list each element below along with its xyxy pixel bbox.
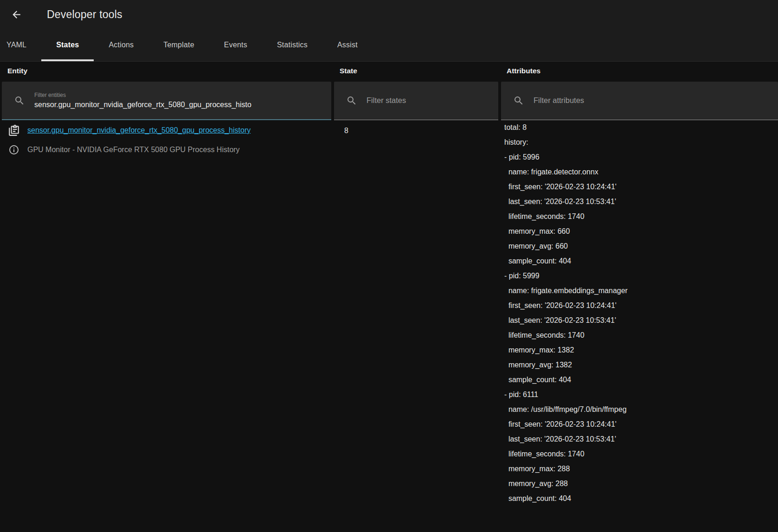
attributes-cell: total: 8 history: - pid: 5996 name: frig…	[500, 120, 778, 532]
search-icon	[513, 95, 524, 106]
attributes-filter-input[interactable]	[534, 96, 778, 105]
back-button[interactable]	[10, 8, 23, 21]
state-value: 8	[333, 120, 500, 532]
entity-id-link[interactable]: sensor.gpu_monitor_nvidia_geforce_rtx_50…	[27, 126, 251, 135]
app-header: Developer tools	[0, 0, 778, 29]
tab-yaml[interactable]: YAML	[0, 29, 41, 61]
tab-actions[interactable]: Actions	[94, 29, 148, 61]
page-title: Developer tools	[47, 8, 122, 21]
tab-bar: YAML States Actions Template Events Stat…	[0, 29, 778, 62]
information-icon	[8, 144, 19, 155]
copy-entity-id-button[interactable]	[7, 124, 20, 137]
entity-filter-input[interactable]	[34, 101, 331, 109]
results-area: sensor.gpu_monitor_nvidia_geforce_rtx_50…	[0, 120, 778, 532]
entity-cell: sensor.gpu_monitor_nvidia_geforce_rtx_50…	[0, 120, 333, 532]
attributes-column-header: Attributes	[500, 62, 778, 82]
entity-filter-field[interactable]: Filter entities	[2, 82, 331, 120]
arrow-left-icon	[11, 9, 22, 20]
entity-friendly-name: GPU Monitor - NVIDIA GeForce RTX 5080 GP…	[27, 146, 240, 154]
tab-states[interactable]: States	[41, 29, 94, 61]
search-icon	[346, 95, 357, 106]
tab-assist[interactable]: Assist	[322, 29, 373, 61]
clipboard-copy-icon	[8, 124, 20, 136]
entity-filter-label: Filter entities	[34, 92, 331, 98]
state-filter-field[interactable]	[334, 82, 498, 120]
attributes-filter-field[interactable]	[501, 82, 778, 120]
tab-statistics[interactable]: Statistics	[262, 29, 322, 61]
tab-template[interactable]: Template	[148, 29, 209, 61]
entity-id-row: sensor.gpu_monitor_nvidia_geforce_rtx_50…	[0, 120, 333, 141]
entity-filter-stack: Filter entities	[34, 92, 331, 109]
table-header-row: Entity State Attributes	[0, 62, 778, 82]
tab-events[interactable]: Events	[209, 29, 262, 61]
state-column-header: State	[333, 62, 500, 82]
entity-column-header: Entity	[0, 62, 333, 82]
attributes-yaml: total: 8 history: - pid: 5996 name: frig…	[500, 120, 778, 506]
entity-info-button[interactable]	[7, 143, 20, 156]
entity-name-row: GPU Monitor - NVIDIA GeForce RTX 5080 GP…	[0, 141, 333, 159]
filter-row: Filter entities	[0, 82, 778, 120]
search-icon	[14, 95, 25, 106]
state-filter-input[interactable]	[366, 96, 498, 105]
